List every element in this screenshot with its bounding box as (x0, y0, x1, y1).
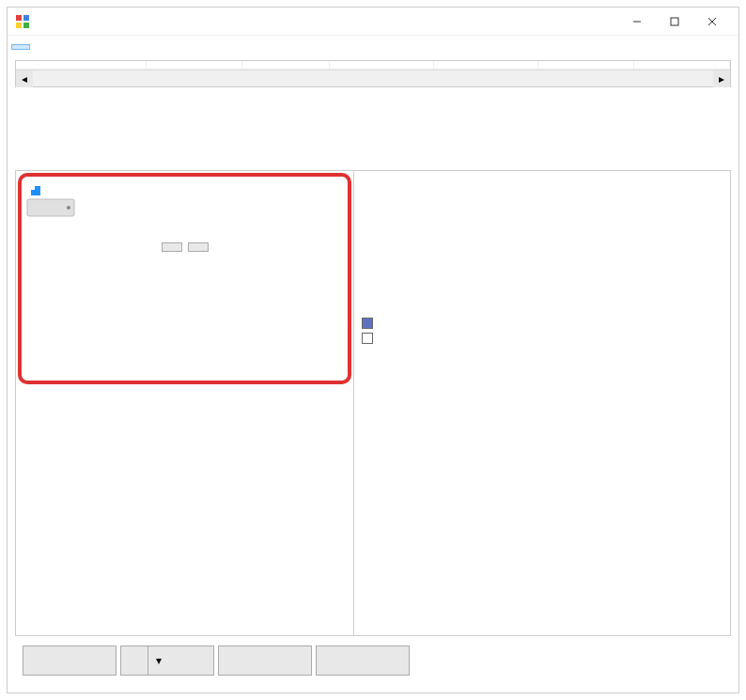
col-media[interactable] (147, 61, 242, 69)
window-frame: ◂ ▸ (7, 7, 739, 693)
minimize-button[interactable] (618, 8, 656, 35)
bottom-bar: ▾ (15, 636, 731, 685)
quick-eval-button[interactable] (188, 242, 209, 252)
titlebar (8, 8, 738, 36)
menu-help[interactable] (49, 44, 68, 50)
disk-table-header (16, 61, 730, 70)
pause-button[interactable] (218, 646, 312, 676)
scroll-left-icon[interactable]: ◂ (16, 70, 33, 87)
svg-rect-3 (23, 23, 29, 28)
properties-panel (354, 171, 730, 635)
defrag-button-label (121, 646, 148, 675)
drive-icon (25, 184, 77, 220)
col-free[interactable] (434, 61, 538, 69)
svg-rect-9 (31, 186, 35, 190)
col-frag[interactable] (538, 61, 634, 69)
panels (15, 171, 731, 636)
menu-settings[interactable] (30, 44, 49, 50)
horizontal-scrollbar[interactable]: ◂ ▸ (16, 70, 730, 86)
menubar (8, 36, 738, 58)
app-icon (15, 14, 30, 29)
defrag-button[interactable]: ▾ (120, 646, 214, 676)
col-state[interactable] (634, 61, 730, 69)
disk-table: ◂ ▸ (15, 60, 731, 87)
col-size[interactable] (242, 61, 330, 69)
svg-point-11 (67, 206, 70, 210)
close-button[interactable] (693, 8, 731, 35)
defrag-dropdown-icon[interactable]: ▾ (148, 646, 169, 675)
free-swatch (362, 333, 373, 344)
scroll-right-icon[interactable]: ▸ (713, 70, 730, 87)
col-name[interactable] (16, 61, 147, 69)
analyze-button[interactable] (23, 646, 117, 676)
used-swatch (362, 318, 373, 329)
col-used[interactable] (330, 61, 434, 69)
svg-rect-0 (16, 15, 22, 21)
svg-rect-2 (16, 23, 22, 28)
status-panel (16, 171, 354, 635)
maximize-button[interactable] (656, 8, 693, 35)
menu-action[interactable] (11, 44, 30, 50)
file-list-button[interactable] (162, 242, 182, 252)
drive-map[interactable] (15, 95, 731, 161)
svg-rect-5 (671, 18, 678, 25)
svg-rect-1 (23, 15, 29, 21)
pie-chart (448, 190, 636, 303)
stop-button[interactable] (316, 646, 410, 676)
